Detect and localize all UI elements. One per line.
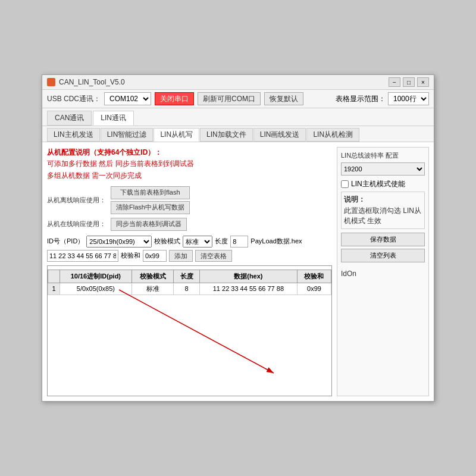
master-mode-row: LIN主机模式使能 [341, 179, 425, 189]
col-length: 长度 [174, 270, 199, 283]
reset-button[interactable]: 恢复默认 [264, 92, 303, 105]
payload-input[interactable] [47, 250, 118, 262]
input-row: ID号（PID） 25/0x19h(0x99) 校验模式 标准 长度 PayLo… [47, 236, 332, 262]
desc-box-title: 说明： [344, 195, 422, 205]
offline-section: 从机离线响应使用： 下载当前表格到flash 清除Flash中从机写数据 [47, 186, 332, 214]
length-input[interactable] [230, 236, 248, 248]
baud-label: LIN总线波特率 配置 [341, 151, 425, 160]
offline-label: 从机离线响应使用： [47, 196, 106, 205]
payload-label: PayLoad数据.hex [250, 237, 302, 246]
tab-lin[interactable]: LIN通讯 [93, 111, 134, 126]
titlebar-left: CAN_LIN_Tool_V5.0 [47, 78, 125, 86]
desc-line1: 可添加多行数据 然后 同步当前表格到到调试器 [47, 159, 194, 168]
toolbar: USB CDC通讯： COM102 关闭串口 刷新可用COM口 恢复默认 表格显… [42, 90, 434, 108]
svg-line-1 [119, 290, 274, 373]
desc-title: 从机配置说明（支持64个独立ID）： [47, 148, 162, 156]
right-area: LIN总线波特率 配置 19200 LIN主机模式使能 说明： 此置选框取消勾选… [337, 147, 429, 396]
row-num: 1 [48, 283, 60, 295]
window-title: CAN_LIN_Tool_V5.0 [59, 78, 125, 86]
desc-box: 说明： 此置选框取消勾选 LIN从机模式 生效 [341, 192, 425, 229]
close-port-button[interactable]: 关闭串口 [155, 92, 194, 105]
table-range-label: 表格显示范围： [336, 94, 386, 104]
baud-select[interactable]: 19200 [341, 162, 425, 176]
refresh-port-button[interactable]: 刷新可用COM口 [198, 92, 261, 105]
save-data-button[interactable]: 保存数据 [341, 233, 425, 246]
sub-tabs: LIN主机发送 LIN智能过滤 LIN从机写 LIN加载文件 LIN画线发送 L… [42, 126, 434, 142]
main-window: CAN_LIN_Tool_V5.0 − □ × USB CDC通讯： COM10… [42, 74, 434, 402]
usb-label: USB CDC通讯： [47, 94, 101, 104]
toolbar-right: 表格显示范围： 1000行 [336, 92, 429, 105]
sync-debugger-button[interactable]: 同步当前表格到调试器 [111, 218, 187, 231]
tab-can[interactable]: CAN通讯 [47, 111, 92, 126]
online-label: 从机在线响应使用： [47, 220, 106, 228]
checksum-val-label: 校验和 [121, 251, 140, 260]
main-tabs: CAN通讯 LIN通讯 [42, 108, 434, 126]
desc-line2: 多组从机数据 需一次同步完成 [47, 171, 142, 180]
port-select[interactable]: COM102 [104, 92, 151, 105]
main-area: 从机配置说明（支持64个独立ID）： 可添加多行数据 然后 同步当前表格到到调试… [47, 147, 429, 396]
maximize-button[interactable]: □ [403, 77, 415, 87]
row-checksum-val: 0x99 [297, 283, 331, 295]
col-data: 数据(hex) [199, 270, 297, 283]
table-range-select[interactable]: 1000行 [388, 92, 429, 105]
download-flash-button[interactable]: 下载当前表格到flash [111, 186, 190, 199]
baud-section: LIN总线波特率 配置 19200 [341, 151, 425, 179]
tab-lin-master-send[interactable]: LIN主机发送 [47, 128, 100, 142]
col-checksum-val: 校验和 [297, 270, 331, 283]
window-controls: − □ × [389, 77, 429, 87]
close-button[interactable]: × [417, 77, 429, 87]
app-icon [47, 78, 55, 86]
minimize-button[interactable]: − [389, 77, 400, 87]
length-label: 长度 [215, 237, 228, 246]
tab-lin-draw-send[interactable]: LIN画线发送 [253, 128, 306, 142]
row-data: 11 22 33 44 55 66 77 88 [199, 283, 297, 295]
master-mode-label: LIN主机模式使能 [351, 179, 405, 189]
col-num [48, 270, 60, 283]
titlebar: CAN_LIN_Tool_V5.0 − □ × [42, 75, 434, 90]
clear-table-button[interactable]: 清空表格 [195, 250, 232, 262]
checksum-result-input[interactable] [143, 250, 167, 262]
tab-lin-slave-detect[interactable]: LIN从机检测 [306, 128, 359, 142]
row-id: 5/0x05(0x85) [60, 283, 132, 295]
tab-lin-load-file[interactable]: LIN加载文件 [200, 128, 253, 142]
id-select[interactable]: 25/0x19h(0x99) [86, 236, 152, 248]
table-row: 1 5/0x05(0x85) 标准 8 11 22 33 44 55 66 77… [48, 283, 331, 295]
master-mode-checkbox[interactable] [341, 180, 349, 188]
add-button[interactable]: 添加 [169, 250, 193, 262]
online-section: 从机在线响应使用： 同步当前表格到调试器 [47, 218, 332, 231]
row-length: 8 [174, 283, 199, 295]
tab-lin-smart-filter[interactable]: LIN智能过滤 [101, 128, 154, 142]
tab-lin-slave-write[interactable]: LIN从机写 [154, 128, 199, 142]
slave-description: 从机配置说明（支持64个独立ID）： 可添加多行数据 然后 同步当前表格到到调试… [47, 147, 332, 181]
checksum-select[interactable]: 标准 [183, 236, 212, 248]
col-id: 10/16进制ID(pid) [60, 270, 132, 283]
clear-flash-button[interactable]: 清除Flash中从机写数据 [111, 201, 190, 214]
left-area: 从机配置说明（支持64个独立ID）： 可添加多行数据 然后 同步当前表格到到调试… [47, 147, 332, 396]
col-checksum: 校验模式 [131, 270, 174, 283]
desc-box-text: 此置选框取消勾选 LIN从机模式 生效 [344, 206, 422, 226]
data-table-container: 10/16进制ID(pid) 校验模式 长度 数据(hex) 校验和 1 5/0… [47, 265, 332, 396]
id-label: ID号（PID） [47, 237, 84, 246]
row-checksum: 标准 [131, 283, 174, 295]
data-table: 10/16进制ID(pid) 校验模式 长度 数据(hex) 校验和 1 5/0… [48, 270, 331, 295]
clear-list-button[interactable]: 清空列表 [341, 249, 425, 262]
content-area: 从机配置说明（支持64个独立ID）： 可添加多行数据 然后 同步当前表格到到调试… [42, 142, 434, 401]
idon-label: IdOn [341, 270, 425, 278]
checksum-label: 校验模式 [154, 237, 180, 246]
